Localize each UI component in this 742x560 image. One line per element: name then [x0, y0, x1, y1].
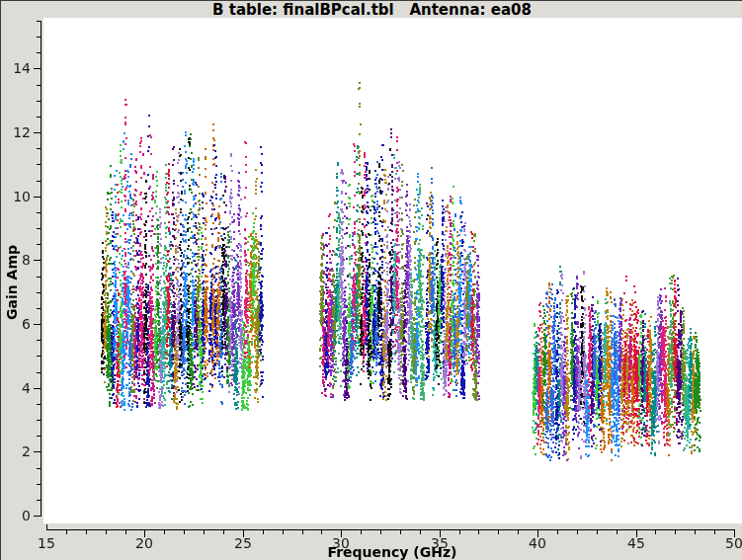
y-tick-label: 2 — [1, 443, 31, 459]
x-axis-label: Frequency (GHz) — [1, 544, 742, 560]
plot-window: B table: finalBPcal.tbl Antenna: ea08 02… — [0, 0, 742, 560]
y-tick-label: 4 — [1, 380, 31, 396]
y-tick-label: 12 — [1, 124, 31, 140]
y-tick-label: 0 — [1, 508, 31, 523]
plot-canvas[interactable] — [1, 1, 742, 560]
y-tick-label: 10 — [1, 189, 31, 204]
y-tick-label: 14 — [1, 60, 31, 76]
y-axis-label: Gain Amp — [4, 245, 20, 320]
